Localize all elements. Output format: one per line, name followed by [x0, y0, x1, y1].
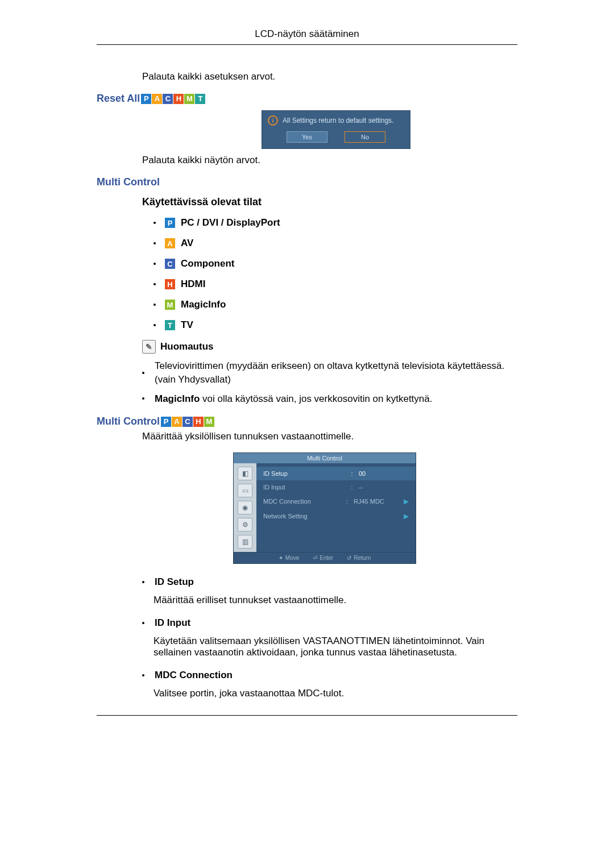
- info-icon: i: [268, 115, 278, 126]
- page-header-title: LCD-näytön säätäminen: [97, 28, 517, 40]
- osd-footer: ✦ Move ⏎ Enter ↺ Return: [234, 552, 416, 563]
- available-modes-heading: Käytettävissä olevat tilat: [142, 196, 517, 208]
- osd-colon: :: [350, 484, 354, 491]
- h-icon: H: [193, 417, 204, 427]
- id-input-term: ID Input: [155, 617, 190, 628]
- osd-row-value: RJ45 MDC: [354, 498, 399, 505]
- list-item: HHDMI: [154, 279, 517, 290]
- osd-footer-return: ↺ Return: [347, 555, 371, 561]
- a-icon: A: [152, 94, 162, 104]
- mode-label: TV: [181, 319, 193, 331]
- reset-all-mode-icons: P A C H M T: [141, 94, 205, 104]
- list-item: PPC / DVI / DisplayPort: [154, 217, 517, 229]
- c-icon: C: [165, 259, 175, 269]
- osd-row-label: MDC Connection: [263, 498, 340, 505]
- osd-row-label: ID Input: [263, 484, 345, 491]
- list-item: ID Setup: [142, 575, 517, 589]
- bullet-icon: [154, 263, 156, 265]
- reset-all-label: Reset All: [97, 93, 140, 105]
- multi-control2-mode-icons: P A C H M: [161, 417, 214, 427]
- osd-panel: Multi Control ◧ ▭ ◉ ⚙ ▥ ID Setup:00ID In…: [233, 452, 416, 564]
- bullet-icon: [154, 242, 156, 244]
- multi-control-label: Multi Control: [97, 176, 160, 188]
- m-icon: M: [165, 300, 175, 310]
- list-item: MMagicInfo: [154, 299, 517, 310]
- chevron-right-icon: ▶: [404, 512, 409, 520]
- reset-all-heading: Reset All P A C H M T: [97, 93, 517, 105]
- list-item: CComponent: [154, 258, 517, 269]
- osd-row[interactable]: ID Setup:00: [256, 467, 416, 480]
- list-item: Televiovirittimen (myydään erikseen) on …: [142, 359, 517, 387]
- multi-control2-label: Multi Control: [97, 416, 160, 427]
- osd-row[interactable]: ID Input:--: [256, 480, 416, 494]
- definitions-list: ID Setup: [142, 575, 517, 589]
- t-icon: T: [195, 94, 205, 104]
- c-icon: C: [163, 94, 173, 104]
- note-list: Televiovirittimen (myydään erikseen) on …: [142, 359, 517, 405]
- id-setup-term: ID Setup: [155, 576, 194, 587]
- note-heading: ✎ Huomautus: [142, 340, 517, 354]
- bullet-icon: [142, 674, 144, 676]
- note-icon: ✎: [142, 340, 156, 354]
- osd-title: Multi Control: [234, 453, 416, 463]
- c-icon: C: [182, 417, 193, 427]
- mode-label: PC / DVI / DisplayPort: [181, 217, 280, 229]
- restore-settings-text: Palauta kaikki asetuksen arvot.: [142, 71, 517, 82]
- osd-side-icons: ◧ ▭ ◉ ⚙ ▥: [234, 463, 256, 552]
- chevron-right-icon: ▶: [404, 497, 409, 505]
- p-icon: P: [141, 94, 151, 104]
- osd-side-icon-1: ◧: [238, 467, 252, 480]
- a-icon: A: [172, 417, 182, 427]
- reset-dialog: i All Settings return to default setting…: [262, 110, 410, 149]
- mdc-connection-term: MDC Connection: [155, 670, 233, 680]
- osd-row-value: 00: [359, 470, 404, 477]
- mode-label: HDMI: [181, 279, 205, 290]
- note-label: Huomautus: [160, 341, 214, 352]
- h-icon: H: [165, 279, 175, 289]
- h-icon: H: [173, 94, 184, 104]
- osd-colon: :: [350, 470, 354, 477]
- bullet-icon: [154, 283, 156, 285]
- multi-desc-text: Määrittää yksilöllisen tunnuksen vastaan…: [142, 431, 517, 442]
- bullet-icon: [154, 222, 156, 224]
- note-text: Televiovirittimen (myydään erikseen) on …: [155, 359, 517, 387]
- osd-rows: ID Setup:00ID Input:--MDC Connection:RJ4…: [256, 463, 416, 552]
- list-item: MagicInfo voi olla käytössä vain, jos ve…: [142, 392, 517, 406]
- osd-footer-move: ✦ Move: [279, 555, 299, 561]
- definitions-list: MDC Connection: [142, 668, 517, 682]
- osd-row-label: ID Setup: [263, 470, 345, 477]
- definitions-list: ID Input: [142, 616, 517, 630]
- bullet-icon: [142, 397, 144, 400]
- id-setup-desc: Määrittää erilliset tunnukset vastaanott…: [154, 595, 517, 606]
- osd-row-value: --: [359, 484, 404, 491]
- bullet-icon: [142, 372, 144, 374]
- osd-row-label: Network Setting: [263, 513, 340, 520]
- mode-label: MagicInfo: [181, 299, 226, 310]
- list-item: ID Input: [142, 616, 517, 630]
- mode-list: PPC / DVI / DisplayPortAAVCComponentHHDM…: [154, 217, 517, 331]
- bullet-icon: [154, 324, 156, 326]
- bullet-icon: [154, 304, 156, 306]
- restore-display-text: Palauta kaikki näytön arvot.: [142, 155, 517, 166]
- osd-row[interactable]: Network Setting▶: [256, 509, 416, 524]
- m-icon: M: [204, 417, 214, 427]
- dialog-yes-button[interactable]: Yes: [287, 131, 327, 143]
- list-item: MDC Connection: [142, 668, 517, 682]
- osd-colon: :: [345, 498, 349, 505]
- osd-side-icon-2: ▭: [238, 484, 252, 497]
- list-item: AAV: [154, 238, 517, 249]
- dialog-no-button[interactable]: No: [345, 131, 385, 143]
- bullet-icon: [142, 581, 144, 583]
- osd-row[interactable]: MDC Connection:RJ45 MDC▶: [256, 494, 416, 509]
- mode-label: AV: [181, 238, 193, 249]
- footer-rule: [97, 715, 517, 716]
- p-icon: P: [165, 218, 175, 228]
- multi-control-heading: Multi Control: [97, 176, 517, 188]
- osd-side-icon-3: ◉: [238, 501, 252, 514]
- mdc-desc: Valitsee portin, joka vastaanottaa MDC-t…: [154, 688, 517, 699]
- p-icon: P: [161, 417, 171, 427]
- osd-side-icon-5: ▥: [238, 535, 252, 549]
- id-input-desc: Käytetään valitsemaan yksilöllisen VASTA…: [154, 636, 517, 658]
- t-icon: T: [165, 320, 175, 330]
- note-text: MagicInfo voi olla käytössä vain, jos ve…: [155, 392, 517, 406]
